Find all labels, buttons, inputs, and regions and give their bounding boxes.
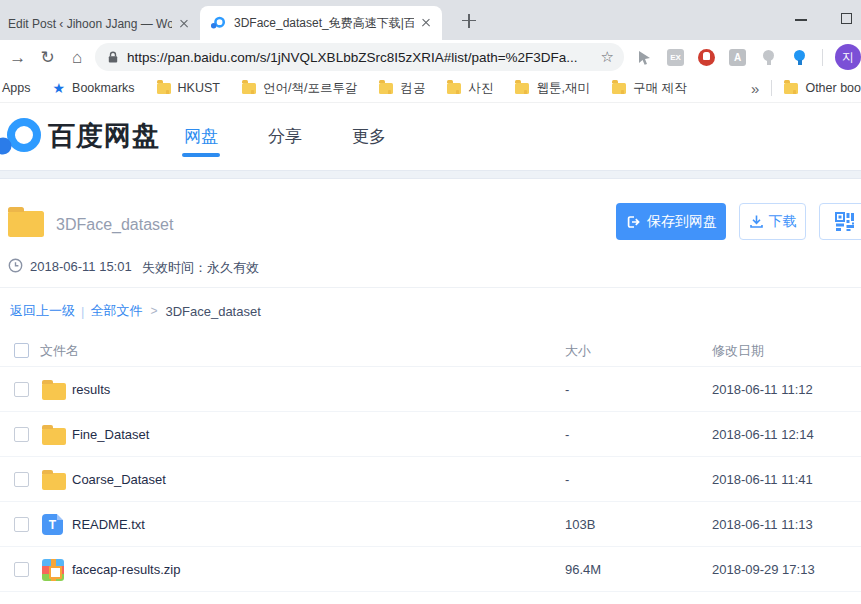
bookmark-label: HKUST [178,81,220,95]
file-date: 2018-06-11 11:12 [712,382,813,397]
tab-strip: Edit Post ‹ Jihoon JJang — WordP 3DFace_… [0,0,861,40]
tab-close-icon[interactable] [418,15,434,31]
baidu-pan-header: 百度网盘 网盘 分享 更多 [0,103,861,170]
nav-tab-share[interactable]: 分享 [268,125,302,148]
breadcrumb-all-files-link[interactable]: 全部文件 [90,302,142,320]
baidu-pan-favicon-icon [210,15,226,31]
window-minimize-icon[interactable] [795,19,807,21]
folder-icon [42,383,66,400]
toolbar-divider [822,49,823,66]
bookmark-label: 언어/책/포르투갈 [263,80,357,97]
download-button[interactable]: 下载 [739,203,806,240]
bookmark-folder-language[interactable]: 언어/책/포르투갈 [242,80,357,97]
new-tab-icon[interactable] [456,12,482,29]
bookmark-folder-photo[interactable]: 사진 [447,80,493,97]
text-file-icon [42,514,63,535]
bookmark-folder-hkust[interactable]: HKUST [157,81,220,95]
save-to-pan-button[interactable]: 保存到网盘 [616,203,726,240]
bookmarks-overflow-icon[interactable]: » [751,80,759,97]
ex-extension-icon[interactable]: EX [667,49,684,66]
column-header-date[interactable]: 修改日期 [712,342,764,360]
folder-icon [515,83,529,94]
table-row[interactable]: facecap-results.zip 96.4M 2018-09-29 17:… [0,547,861,592]
extensions-row: EX A [636,49,808,66]
adblock-hand-icon[interactable] [698,49,715,66]
lightbulb-gray-extension-icon[interactable] [760,49,777,66]
acrobat-extension-icon[interactable]: A [729,49,746,66]
bookmarks-bar: Apps ★ Bookmarks HKUST 언어/책/포르투갈 컴공 사진 웹… [0,74,861,103]
bookmark-label: 사진 [468,80,493,97]
bookmark-label: 웹툰,재미 [536,80,589,97]
folder-icon [42,473,66,490]
folder-icon [612,83,626,94]
browser-toolbar: → ↻ ⌂ https://pan.baidu.com/s/1jNVQLXBLb… [0,40,861,74]
nav-tab-pan[interactable]: 网盘 [184,125,218,148]
folder-icon [42,428,66,445]
tab-wordpress[interactable]: Edit Post ‹ Jihoon JJang — WordP [0,8,198,40]
row-checkbox[interactable] [14,562,29,577]
table-row[interactable]: Coarse_Dataset - 2018-06-11 11:41 [0,457,861,502]
breadcrumb-current: 3DFace_dataset [165,304,260,319]
folder-icon [157,83,171,94]
profile-avatar[interactable]: 지 [835,44,861,70]
home-icon[interactable]: ⌂ [65,49,89,66]
select-all-checkbox[interactable] [14,343,29,358]
bookmark-apps[interactable]: Apps [2,81,31,95]
tab-close-icon[interactable] [176,16,192,32]
bookmark-folder-cs[interactable]: 컴공 [379,80,425,97]
download-icon [749,214,764,229]
file-name-link[interactable]: results [72,382,110,397]
share-title: 3DFace_dataset [56,216,173,234]
table-row[interactable]: README.txt 103B 2018-06-11 11:13 [0,502,861,547]
window-maximize-icon[interactable] [841,13,852,24]
forward-icon[interactable]: → [6,49,30,66]
header-separator-band [0,170,861,179]
tab-title: 3DFace_dataset_免费高速下载|百 [234,15,414,32]
table-row[interactable]: results - 2018-06-11 11:12 [0,367,861,412]
bookmark-label: 구매 제작 [633,80,686,97]
row-checkbox[interactable] [14,427,29,442]
address-bar[interactable]: https://pan.baidu.com/s/1jNVQLXBLbbZSrc8… [95,43,624,71]
nav-tab-more[interactable]: 更多 [352,125,386,148]
column-header-size[interactable]: 大小 [565,342,591,360]
file-size: - [565,382,569,397]
file-date: 2018-06-11 12:14 [712,427,814,442]
nav-active-underline [182,153,220,157]
file-table-header: 文件名 大小 修改日期 [0,334,861,367]
bookmarks-right-group: » Other boo [751,80,861,97]
breadcrumb-arrow-icon: > [150,304,157,318]
url-text: https://pan.baidu.com/s/1jNVQLXBLbbZSrc8… [127,50,593,65]
file-name-link[interactable]: README.txt [72,517,145,532]
bookmark-folder-webtoon[interactable]: 웹툰,재미 [515,80,589,97]
share-folder-icon [8,211,44,237]
file-date: 2018-09-29 17:13 [712,562,815,577]
file-name-link[interactable]: Coarse_Dataset [72,472,166,487]
row-checkbox[interactable] [14,382,29,397]
cursor-extension-icon[interactable] [636,49,653,66]
bookmark-folder-purchase[interactable]: 구매 제작 [612,80,686,97]
zip-file-icon [42,559,64,581]
lock-icon [107,51,119,64]
bookmark-label: 컴공 [400,80,425,97]
reload-icon[interactable]: ↻ [36,49,60,66]
bookmark-star-icon[interactable]: ☆ [601,48,614,66]
bookmark-bookmarks[interactable]: ★ Bookmarks [53,80,135,96]
file-date: 2018-06-11 11:41 [712,472,813,487]
download-label: 下载 [769,213,797,231]
star-icon: ★ [53,80,66,96]
tab-baidu-pan[interactable]: 3DFace_dataset_免费高速下载|百 [200,6,442,40]
breadcrumb-back-link[interactable]: 返回上一级 [10,302,75,320]
column-header-name[interactable]: 文件名 [40,342,79,360]
qr-code-button[interactable] [819,203,861,240]
bookmark-other-folder[interactable]: Other boo [784,81,861,95]
lightbulb-blue-extension-icon[interactable] [791,49,808,66]
bookmark-label: Other boo [805,81,861,95]
content-separator [0,287,861,288]
folder-icon [784,83,798,94]
file-name-link[interactable]: Fine_Dataset [72,427,149,442]
file-name-link[interactable]: facecap-results.zip [72,562,180,577]
breadcrumb-pipe: | [81,304,84,319]
row-checkbox[interactable] [14,472,29,487]
table-row[interactable]: Fine_Dataset - 2018-06-11 12:14 [0,412,861,457]
row-checkbox[interactable] [14,517,29,532]
